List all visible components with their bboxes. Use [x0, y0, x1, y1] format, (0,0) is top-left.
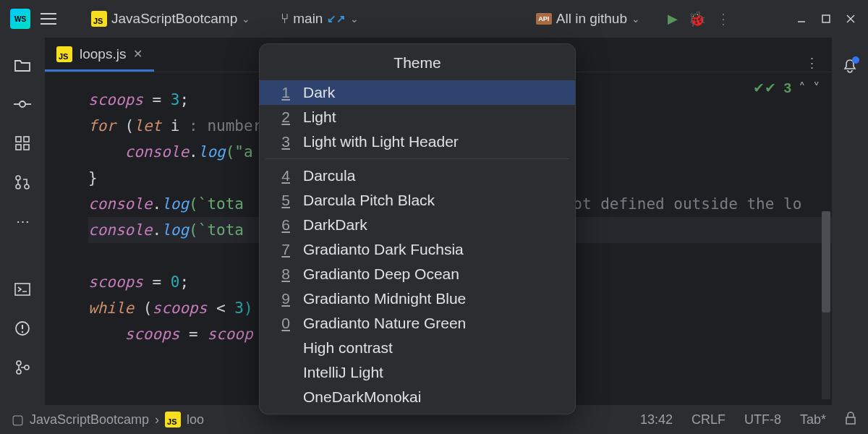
readonly-toggle-icon[interactable]	[845, 412, 856, 428]
minimize-button[interactable]	[794, 12, 809, 26]
svg-point-4	[20, 101, 25, 107]
theme-option[interactable]: 0OneDarkMonokai	[260, 385, 575, 409]
svg-point-12	[16, 184, 20, 189]
indent-widget[interactable]: Tab*	[800, 412, 826, 427]
svg-point-20	[25, 365, 29, 370]
more-tools-icon[interactable]: ⋯	[14, 213, 31, 230]
breadcrumb-file: loo	[187, 412, 204, 427]
branch-icon: ⑂	[281, 11, 289, 27]
file-tab-loops[interactable]: JS loops.js ✕	[45, 38, 154, 72]
theme-label: Darcula	[303, 167, 355, 184]
svg-point-17	[22, 331, 23, 333]
theme-label: Light with Light Header	[303, 133, 459, 150]
notifications-button[interactable]	[842, 58, 858, 78]
theme-option[interactable]: 0IntelliJ Light	[260, 360, 575, 385]
svg-point-13	[25, 184, 29, 189]
theme-option[interactable]: 1Dark	[260, 80, 575, 105]
theme-label: High contrast	[303, 339, 393, 357]
vcs-branch-widget[interactable]: ⑂ main ↙↗ ⌄	[281, 11, 359, 27]
run-config-selector[interactable]: API All in github ⌄	[536, 11, 640, 27]
popup-title: Theme	[260, 44, 575, 80]
theme-hotkey: 9	[280, 290, 290, 307]
project-selector[interactable]: JS JavaScriptBootcamp ⌄	[91, 11, 250, 27]
theme-option[interactable]: 9Gradianto Midnight Blue	[260, 286, 575, 311]
project-name-label: JavaScriptBootcamp	[111, 11, 237, 27]
theme-label: IntelliJ Light	[303, 364, 383, 381]
theme-switcher-popup: Theme 1Dark2Light3Light with Light Heade…	[259, 43, 576, 414]
js-icon: JS	[91, 11, 107, 27]
svg-point-19	[17, 370, 21, 374]
theme-hotkey: 8	[280, 265, 290, 283]
svg-rect-1	[822, 15, 830, 22]
theme-label: OneDarkMonokai	[303, 388, 421, 406]
theme-option[interactable]: 0High contrast	[260, 336, 575, 360]
theme-option[interactable]: 8Gradianto Deep Ocean	[260, 262, 575, 286]
terminal-tool-icon[interactable]	[14, 281, 31, 298]
folder-icon: ▢	[12, 412, 24, 427]
svg-rect-10	[24, 145, 29, 150]
run-button[interactable]: ▶	[668, 11, 678, 27]
line-separator[interactable]: CRLF	[692, 412, 726, 427]
theme-hotkey: 3	[280, 133, 290, 150]
theme-label: Dark	[303, 84, 335, 101]
right-tool-rail	[832, 38, 868, 405]
project-tool-icon[interactable]	[14, 56, 31, 74]
svg-rect-21	[846, 417, 855, 424]
close-button[interactable]	[843, 12, 858, 26]
chevron-down-icon: ⌄	[631, 13, 640, 25]
file-encoding[interactable]: UTF-8	[744, 412, 781, 427]
chevron-down-icon: ⌄	[242, 13, 250, 25]
more-actions-button[interactable]: ⋮	[716, 10, 731, 27]
theme-hotkey: 4	[280, 167, 290, 184]
api-icon: API	[536, 13, 552, 25]
svg-point-18	[17, 361, 21, 365]
js-icon: JS	[56, 46, 72, 62]
incoming-outgoing-icon: ↙↗	[327, 12, 346, 25]
titlebar: WS JS JavaScriptBootcamp ⌄ ⑂ main ↙↗ ⌄ A…	[0, 0, 868, 38]
tab-filename-label: loops.js	[80, 46, 126, 62]
run-config-label: All in github	[556, 11, 627, 27]
problems-tool-icon[interactable]	[14, 320, 31, 337]
theme-option[interactable]: 2Light	[260, 105, 575, 129]
theme-label: Gradianto Dark Fuchsia	[303, 241, 464, 258]
theme-hotkey: 5	[280, 192, 290, 209]
webstorm-logo: WS	[10, 9, 30, 29]
theme-option[interactable]: 5Darcula Pitch Black	[260, 188, 575, 213]
chevron-down-icon: ⌄	[350, 13, 359, 25]
theme-option[interactable]: 7Gradianto Dark Fuchsia	[260, 237, 575, 262]
editor-scrollbar[interactable]	[822, 211, 830, 399]
svg-rect-9	[16, 145, 21, 150]
structure-tool-icon[interactable]	[14, 135, 31, 152]
debug-button[interactable]: 🐞	[688, 10, 706, 27]
theme-label: Gradianto Deep Ocean	[303, 265, 459, 283]
commit-tool-icon[interactable]	[14, 95, 31, 113]
theme-label: Gradianto Midnight Blue	[303, 290, 466, 307]
theme-label: DarkDark	[303, 216, 367, 234]
theme-hotkey: 7	[280, 241, 290, 258]
svg-point-11	[16, 176, 20, 180]
theme-hotkey: 0	[280, 315, 290, 332]
vcs-tool-icon[interactable]	[14, 359, 31, 376]
theme-label: Darcula Pitch Black	[303, 192, 435, 209]
breadcrumb[interactable]: ▢ JavaScriptBootcamp › JS loo	[12, 412, 204, 427]
theme-hotkey: 2	[280, 109, 290, 126]
separator	[265, 158, 569, 159]
theme-option[interactable]: 3Light with Light Header	[260, 129, 575, 154]
maximize-button[interactable]	[819, 12, 833, 26]
theme-label: Light	[303, 109, 336, 126]
main-menu-button[interactable]	[41, 13, 56, 25]
svg-rect-7	[16, 137, 21, 142]
theme-hotkey: 6	[280, 216, 290, 234]
theme-option[interactable]: 0Gradianto Nature Green	[260, 311, 575, 336]
theme-label: Gradianto Nature Green	[303, 315, 466, 332]
theme-option[interactable]: 4Darcula	[260, 163, 575, 188]
svg-rect-8	[24, 137, 29, 142]
close-icon[interactable]: ✕	[133, 47, 142, 61]
js-icon: JS	[165, 412, 181, 427]
breadcrumb-root: JavaScriptBootcamp	[30, 412, 149, 427]
caret-position[interactable]: 13:42	[640, 412, 673, 427]
theme-option[interactable]: 6DarkDark	[260, 213, 575, 237]
editor-more-icon[interactable]: ⋮	[805, 55, 819, 72]
pull-requests-tool-icon[interactable]	[14, 174, 31, 191]
svg-rect-14	[15, 284, 30, 295]
